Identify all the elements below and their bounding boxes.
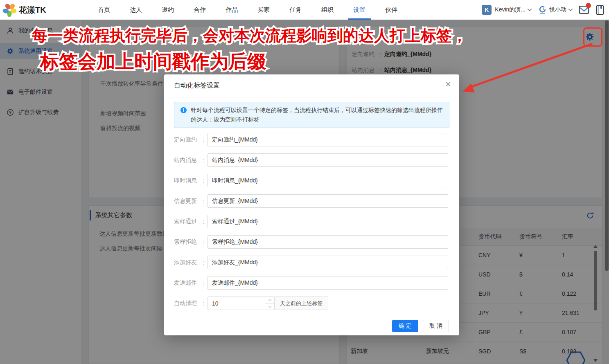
field-label: 即时消息 [174,177,200,184]
close-icon[interactable]: × [445,79,451,89]
form-row-site-message: 站内消息 : [174,153,449,167]
nav-item-works[interactable]: 作品 [216,0,248,20]
spinner-down-icon[interactable] [265,303,274,310]
colon: : [200,259,208,266]
field-label: 添加好友 [174,259,200,266]
flower-logo-icon[interactable] [2,2,17,17]
sample-approved-tag-input[interactable] [208,215,448,228]
cancel-button[interactable]: 取 消 [423,320,449,332]
colon: : [200,280,208,286]
field-label: 自动清理 [174,300,200,307]
top-navbar: 花漾TK 首页 达人 邀约 合作 作品 买家 任务 组织 设置 伙伴 K Kev… [0,0,609,20]
dialog-body: 针对每个流程可以设置一个特定的标签，当流程执行结束后，可以通过标签快速的筛选出流… [164,97,459,310]
field-label: 定向邀约 [174,136,200,144]
field-label: 索样通过 [174,218,200,225]
nav-item-invite[interactable]: 邀约 [152,0,184,20]
info-icon [180,107,187,113]
directed-invite-tag-input[interactable] [208,133,448,146]
nav-item-tasks[interactable]: 任务 [280,0,311,20]
manual-book-icon[interactable] [596,5,604,15]
notification-badge [586,3,591,8]
field-label: 发送邮件 [174,279,200,287]
info-alert-text: 针对每个流程可以设置一个特定的标签，当流程执行结束后，可以通过标签快速的筛选出流… [191,107,443,123]
form-row-sample-rejected: 索样拒绝 : [174,235,449,249]
app-root: 花漾TK 首页 达人 邀约 合作 作品 买家 任务 组织 设置 伙伴 K Kev… [0,0,609,364]
nav-item-talent[interactable]: 达人 [120,0,152,20]
autoclean-suffix-label: 天之前的上述标签 [275,297,328,310]
dialog-title: 自动化标签设置 [174,81,220,90]
form-row-info-update: 信息更新 : [174,194,449,208]
colon: : [200,300,208,307]
nav-item-home[interactable]: 首页 [88,0,120,20]
user-avatar[interactable]: K [482,5,492,15]
site-message-tag-input[interactable] [208,153,448,167]
auto-tag-settings-dialog: 自动化标签设置 × 针对每个流程可以设置一个特定的标签，当流程执行结束后，可以通… [164,74,459,335]
colon: : [200,218,208,225]
navbar-right-cluster: K Kevin的演... 悦小动 [482,0,604,20]
chevron-down-icon[interactable] [568,8,573,11]
nav-item-settings[interactable]: 设置 [343,0,375,20]
autoclean-days-stepper [208,297,275,310]
chevron-down-icon[interactable] [527,8,532,11]
confirm-button[interactable]: 确 定 [392,320,418,332]
org-menu[interactable]: 悦小动 [549,6,566,13]
instant-message-tag-input[interactable] [208,174,448,187]
messages-button[interactable] [579,5,589,15]
info-update-tag-input[interactable] [208,194,448,208]
nav-item-partners[interactable]: 伙伴 [375,0,407,20]
form-row-directed-invite: 定向邀约 : [174,133,449,146]
user-menu[interactable]: Kevin的演... [495,6,526,13]
main-nav: 首页 达人 邀约 合作 作品 买家 任务 组织 设置 伙伴 [88,0,407,20]
field-label: 站内消息 [174,157,200,164]
field-label: 信息更新 [174,198,200,205]
form-row-autoclean: 自动清理 : 天之前的上述标签 [174,297,449,310]
form-row-add-friend: 添加好友 : [174,256,449,269]
colon: : [200,198,208,204]
org-logo-icon [538,4,547,15]
sample-rejected-tag-input[interactable] [208,235,448,249]
nav-item-buyers[interactable]: 买家 [248,0,280,20]
field-label: 索样拒绝 [174,238,200,246]
form-row-instant-message: 即时消息 : [174,174,449,187]
colon: : [200,178,208,184]
send-email-tag-input[interactable] [208,276,448,290]
dialog-header: 自动化标签设置 × [164,74,459,97]
number-spinner [265,297,274,310]
dialog-footer: 确 定 取 消 [392,320,449,332]
colon: : [200,157,208,164]
nav-item-cooperation[interactable]: 合作 [184,0,216,20]
spinner-up-icon[interactable] [265,297,274,303]
colon: : [200,137,208,143]
colon: : [200,239,208,245]
form-row-sample-approved: 索样通过 : [174,215,449,228]
brand-title: 花漾TK [19,4,46,16]
add-friend-tag-input[interactable] [208,256,448,269]
info-alert: 针对每个流程可以设置一个特定的标签，当流程执行结束后，可以通过标签快速的筛选出流… [174,102,449,128]
nav-item-organization[interactable]: 组织 [311,0,343,20]
form-row-send-email: 发送邮件 : [174,276,449,290]
